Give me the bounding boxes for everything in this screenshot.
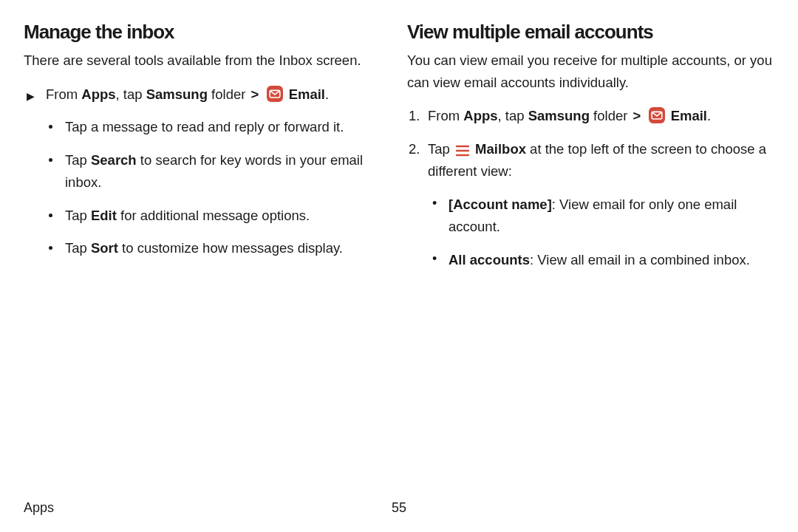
mailbox-word: Mailbox <box>475 141 526 157</box>
text: Tap <box>65 240 91 256</box>
text: Tap <box>428 141 454 157</box>
text: From <box>46 86 81 102</box>
bullet-icon <box>49 116 65 139</box>
text: , tap <box>498 108 528 123</box>
text: to customize how messages display. <box>118 240 343 256</box>
right-step-1-text: From Apps, tap Samsung folder > Email. <box>428 105 776 128</box>
text: folder <box>208 86 250 102</box>
left-sub-2: Tap Search to search for key words in yo… <box>49 149 392 194</box>
bullet-icon <box>49 205 65 228</box>
text: . <box>325 86 329 102</box>
samsung-word: Samsung <box>528 108 590 123</box>
sort-word: Sort <box>91 240 118 256</box>
chevron-right-icon: > <box>632 108 643 123</box>
apps-word: Apps <box>81 86 115 102</box>
left-intro: There are several tools available from t… <box>24 50 392 72</box>
search-word: Search <box>91 152 137 168</box>
text: : View all email in a combined inbox. <box>530 252 750 267</box>
text: . <box>707 108 711 123</box>
left-sub-1: Tap a message to read and reply or forwa… <box>49 116 392 139</box>
text: for additional message options. <box>117 208 310 223</box>
left-sub-1-text: Tap a message to read and reply or forwa… <box>65 116 392 139</box>
text: Tap <box>65 152 91 168</box>
left-sub-4-text: Tap Sort to customize how messages displ… <box>65 237 392 260</box>
text: Tap <box>65 208 91 223</box>
left-heading: Manage the inbox <box>24 21 392 44</box>
right-sub-1-text: [Account name]: View email for only one … <box>449 194 776 239</box>
right-column: View multiple email accounts You can vie… <box>407 21 776 282</box>
bullet-icon <box>49 237 65 260</box>
right-heading: View multiple email accounts <box>407 21 776 44</box>
apps-word: Apps <box>463 108 497 123</box>
all-accounts-word: All accounts <box>449 252 530 267</box>
edit-word: Edit <box>91 208 117 223</box>
page-footer: Apps 55 <box>0 500 798 516</box>
bullet-icon: • <box>432 194 449 239</box>
footer-section-label: Apps <box>24 500 54 516</box>
right-intro: You can view email you receive for multi… <box>407 50 776 93</box>
right-step-2-text: Tap Mailbox at the top left of the scree… <box>428 138 776 183</box>
step-number-1: 1. <box>409 105 428 128</box>
right-step-2: 2. Tap Mailbox at the top left of the sc… <box>409 138 776 183</box>
page-content: Manage the inbox There are several tools… <box>0 0 798 282</box>
left-step-1: ▶ From Apps, tap Samsung folder > Email. <box>27 83 392 106</box>
hamburger-menu-icon <box>456 145 469 157</box>
bullet-icon <box>49 149 65 194</box>
bullet-icon: • <box>432 249 449 272</box>
samsung-word: Samsung <box>146 86 208 102</box>
text: folder <box>590 108 632 123</box>
step-number-2: 2. <box>409 138 428 183</box>
email-icon <box>649 107 665 123</box>
email-word: Email <box>671 108 707 123</box>
left-column: Manage the inbox There are several tools… <box>24 21 392 282</box>
triangle-bullet-icon: ▶ <box>27 83 46 106</box>
right-sub-2: • All accounts: View all email in a comb… <box>432 249 776 272</box>
email-icon <box>267 86 283 102</box>
account-name-word: [Account name] <box>449 197 552 212</box>
text: From <box>428 108 463 123</box>
left-step-1-text: From Apps, tap Samsung folder > Email. <box>46 83 392 106</box>
left-sub-3: Tap Edit for additional message options. <box>49 205 392 228</box>
right-sub-2-text: All accounts: View all email in a combin… <box>449 249 776 272</box>
chevron-right-icon: > <box>250 86 261 102</box>
footer-page-number: 55 <box>392 500 406 516</box>
left-sub-4: Tap Sort to customize how messages displ… <box>49 237 392 260</box>
left-sub-2-text: Tap Search to search for key words in yo… <box>65 149 392 194</box>
right-sub-1: • [Account name]: View email for only on… <box>432 194 776 239</box>
email-word: Email <box>289 86 325 102</box>
right-step-1: 1. From Apps, tap Samsung folder > Email… <box>409 105 776 128</box>
left-sub-3-text: Tap Edit for additional message options. <box>65 205 392 228</box>
text: , tap <box>116 86 146 102</box>
